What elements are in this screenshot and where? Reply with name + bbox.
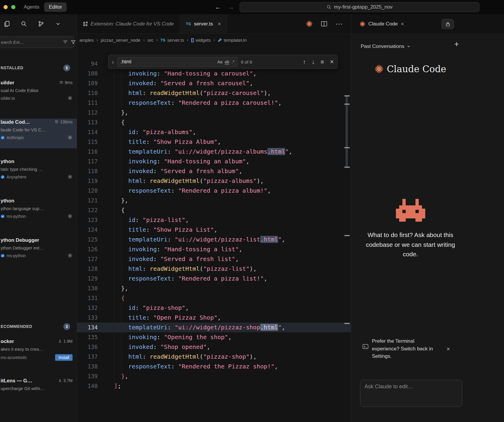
code-line-117[interactable]: 117invoking: "Hand-tossing an album", [77,157,351,166]
gear-icon[interactable] [68,96,73,101]
extension-publisher: Anthropic [1,135,24,140]
code-line-132[interactable]: 132id: "pizza-shop", [77,303,351,313]
code-line-135[interactable]: 135invoking: "Opening the shop", [77,332,351,342]
extension-item[interactable]: ythontatic type checking …Anysphere [0,158,77,188]
code-line-140[interactable]: 140]; [77,381,351,391]
search-icon[interactable] [20,20,27,27]
gear-icon[interactable] [68,253,73,258]
gear-icon[interactable] [68,214,73,219]
expand-replace-icon[interactable]: › [112,59,114,65]
recommended-section-header[interactable]: ECOMMENDED 3 [0,322,77,331]
find-input[interactable] [121,59,215,65]
editors-icon[interactable] [3,20,10,27]
code-line-119[interactable]: 119html: readWidgetHtml("pizzaz-albums")… [77,176,351,186]
filter-lines-icon[interactable] [63,40,68,45]
code-line-134[interactable]: 134templateUri: "ui://widget/pizzaz-shop… [77,323,351,332]
claude-logo-icon[interactable] [306,20,313,27]
extension-meta-text: 135ms [60,120,73,124]
installed-section-header[interactable]: NSTALLED 5 [0,63,77,72]
code-line-111[interactable]: 111responseText: "Rendered a pizza carou… [77,98,351,108]
claude-chat-input-box[interactable] [360,380,462,407]
extensions-search-input[interactable] [1,40,60,45]
code-line-130[interactable]: 130}, [77,284,351,293]
whole-word-button[interactable]: ab [225,59,229,64]
download-icon [58,378,62,382]
code-line-109[interactable]: 109invoked: "Served a fresh carousel", [77,78,351,88]
extension-item[interactable]: uilder9mssual AI Code Editoruilder.io [0,79,77,109]
code-line-139[interactable]: 139}, [77,371,351,381]
scrollbar-thumb[interactable] [346,95,348,168]
code-line-126[interactable]: 126invoking: "Hand-tossing a list", [77,244,351,254]
code-line-116[interactable]: 116templateUri: "ui://widget/pizzaz-albu… [77,147,351,157]
extension-item[interactable]: ythonython language sup…ms-python [0,197,77,227]
extensions-search-box[interactable] [0,36,74,48]
claude-chat-input[interactable] [365,384,458,403]
code-line-121[interactable]: 121}, [77,196,351,205]
code-line-131[interactable]: 131{ [77,293,351,303]
tab-extension-claude-code[interactable]: Extension: Claude Code for VS Code [77,14,180,33]
extension-description: sual AI Code Editor [1,88,73,93]
code-line-136[interactable]: 136invoked: "Shop opened", [77,342,351,352]
gear-icon[interactable] [68,174,73,179]
extension-item[interactable]: laude Cod…135mslaude Code for VS C…Anthr… [0,119,77,148]
breadcrumb-item-templateUri[interactable]: templateUri [218,38,247,43]
close-tab-icon[interactable]: × [218,21,221,27]
extension-item[interactable]: ocker1.9Makes it easy to crea…ms-azureto… [0,338,77,368]
extension-item[interactable]: ython Debuggerython Debugger ext…ms-pyth… [0,237,77,266]
code-line-137[interactable]: 137html: readWidgetHtml("pizzaz-shop"), [77,352,351,362]
line-number: 130 [77,284,98,293]
forward-button[interactable]: → [228,3,234,11]
gear-icon[interactable] [68,135,73,140]
code-editor[interactable]: 94108invoking: "Hand-tossing a carousel"… [77,46,351,422]
ruler-match-mark [344,323,350,324]
code-line-133[interactable]: 133title: "Open Pizzaz Shop", [77,313,351,323]
line-number: 124 [77,225,98,235]
back-button[interactable]: ← [215,3,221,11]
code-text: responseText: "Rendered a pizza list!", [114,274,267,284]
chevron-down-icon[interactable] [54,20,62,27]
zoom-traffic-light[interactable] [11,5,15,9]
code-line-114[interactable]: 114id: "pizza-albums", [77,127,351,137]
source-control-icon[interactable] [37,20,44,27]
minimize-traffic-light[interactable] [4,5,8,9]
regex-button[interactable]: .* [232,59,234,64]
breadcrumb-item-src[interactable]: src [147,38,153,43]
code-line-113[interactable]: 113{ [77,117,351,127]
extension-item[interactable]: itLens — G…3.7Mupercharge Git withi… [0,377,77,407]
split-editor-icon[interactable] [321,21,327,27]
code-line-127[interactable]: 127invoked: "Served a fresh list", [77,254,351,264]
breadcrumb-item-server.ts[interactable]: TSserver.ts [160,38,184,43]
code-line-110[interactable]: 110html: readWidgetHtml("pizzaz-carousel… [77,88,351,98]
notice-close-icon[interactable]: × [447,344,450,360]
code-line-108[interactable]: 108invoking: "Hand-tossing a carousel", [77,69,351,78]
agents-tab[interactable]: Agents [24,4,39,10]
extension-meta-text: 9ms [65,80,73,85]
code-line-124[interactable]: 124title: "Show Pizza List", [77,225,351,235]
find-in-selection-icon[interactable]: ≡ [320,59,324,65]
project-search-bar[interactable]: my-first-gptapp_2025_nov [240,2,479,12]
code-line-112[interactable]: 112}, [77,108,351,117]
code-line-115[interactable]: 115title: "Show Pizza Album", [77,137,351,147]
code-line-123[interactable]: 123id: "pizza-list", [77,215,351,225]
filter-funnel-icon[interactable] [71,40,76,45]
more-actions-icon[interactable]: ⋯ [336,20,343,28]
code-line-129[interactable]: 129responseText: "Rendered a pizza list!… [77,274,351,284]
editor-tab-button[interactable]: Editor [44,2,67,12]
tab-server-ts[interactable]: TS server.ts × [180,14,227,33]
breadcrumb-item-widgets[interactable]: []widgets [191,38,211,43]
code-line-125[interactable]: 125templateUri: "ui://widget/pizzaz-list… [77,235,351,244]
install-button[interactable]: Install [55,354,73,361]
match-case-button[interactable]: Aa [217,59,222,64]
breadcrumb-item-amples[interactable]: amples [79,38,94,43]
code-line-138[interactable]: 138responseText: "Rendered the Pizzaz sh… [77,362,351,371]
code-line-128[interactable]: 128html: readWidgetHtml("pizzaz-list"), [77,264,351,274]
next-match-button[interactable]: ↓ [312,59,314,65]
find-input-box[interactable]: Aa ab .* [118,57,237,67]
code-line-118[interactable]: 118invoked: "Served a fresh album", [77,166,351,176]
code-line-120[interactable]: 120responseText: "Rendered a pizza album… [77,186,351,196]
close-find-icon[interactable]: × [330,58,334,66]
download-icon [58,339,62,343]
breadcrumb-item-pizzaz_server_node[interactable]: pizzaz_server_node [101,38,140,43]
code-line-122[interactable]: 122{ [77,205,351,215]
previous-match-button[interactable]: ↑ [303,59,306,65]
